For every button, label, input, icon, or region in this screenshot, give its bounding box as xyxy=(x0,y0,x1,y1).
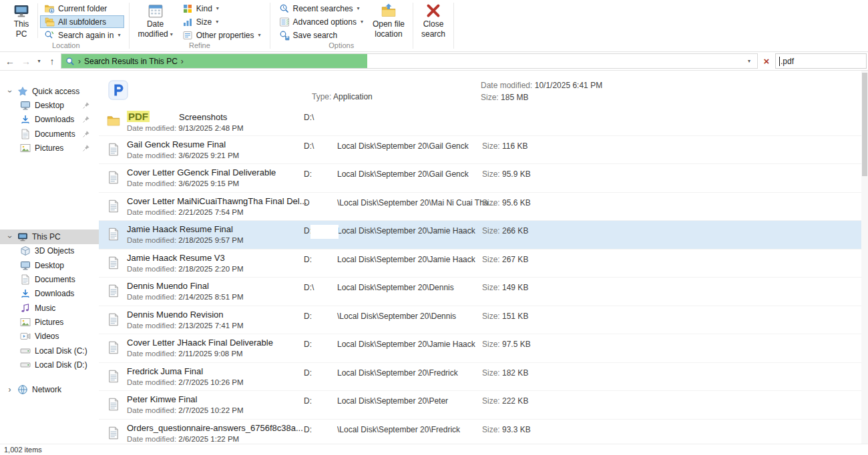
recent-locations-button[interactable]: ▾ xyxy=(35,54,43,69)
document-icon xyxy=(107,141,120,158)
dropdown-icon: ▾ xyxy=(216,5,219,11)
file-name: PDFScreenshots xyxy=(127,111,327,122)
vertical-scrollbar[interactable] xyxy=(861,71,868,444)
sidebar-item-label: Local Disk (D:) xyxy=(35,360,87,370)
monitor-icon xyxy=(20,100,31,111)
date-modified-button[interactable]: Date modified▾ xyxy=(134,1,176,41)
pin-icon xyxy=(82,144,90,152)
all-subfolders-button[interactable]: All subfolders xyxy=(40,15,124,28)
file-row-peter-kimwe-final[interactable]: Peter Kimwe Final Date modified: 2/7/202… xyxy=(99,391,861,420)
file-row-jamie-haack-resume-final[interactable]: Jamie Haack Resume Final Date modified: … xyxy=(99,221,861,250)
file-size: Size: 116 KB xyxy=(482,141,528,151)
sidebar-item-3d-objects[interactable]: 3D Objects xyxy=(0,244,99,258)
back-button[interactable]: ← xyxy=(3,54,17,69)
save-search-button[interactable]: Save search xyxy=(275,29,367,41)
tree-chevron-icon[interactable]: › xyxy=(5,87,15,95)
sidebar-item-pictures[interactable]: Pictures xyxy=(0,141,99,155)
size-value: 151 KB xyxy=(502,312,528,321)
sidebar-item-desktop[interactable]: Desktop xyxy=(0,258,99,272)
date-modified-label: Date modified: xyxy=(127,378,178,386)
sidebar-item-documents[interactable]: Documents xyxy=(0,127,99,141)
search-input[interactable]: .pdf xyxy=(775,53,867,69)
document-icon xyxy=(107,424,120,442)
address-dropdown-icon[interactable]: ▾ xyxy=(744,58,754,64)
breadcrumb-item-search-results[interactable]: Search Results in This PC xyxy=(84,57,178,66)
file-size: Size: 97.5 KB xyxy=(482,340,531,349)
sidebar-item-label: Videos xyxy=(35,332,59,341)
file-date-modified: Date modified: 2/13/2025 7:41 PM xyxy=(127,322,327,330)
sidebar-item-desktop[interactable]: Desktop xyxy=(0,98,99,112)
sidebar-item-local-disk-c[interactable]: Local Disk (C:) xyxy=(0,344,99,358)
file-row-gail-genck-resume-final[interactable]: Gail Genck Resume Final Date modified: 3… xyxy=(99,136,861,165)
kind-button[interactable]: Kind ▾ xyxy=(178,2,265,15)
pic-icon xyxy=(20,143,31,153)
sidebar-item-music[interactable]: Music xyxy=(0,301,99,315)
close-search-button[interactable]: Close search xyxy=(418,1,449,41)
this-pc-button[interactable]: This PC xyxy=(7,1,35,41)
forward-button[interactable]: → xyxy=(19,54,33,69)
divider xyxy=(453,3,454,49)
sidebar-item-downloads[interactable]: Downloads xyxy=(0,113,99,127)
recent-searches-label: Recent searches xyxy=(293,4,353,13)
open-file-location-button[interactable]: Open file location xyxy=(369,1,408,41)
size-button[interactable]: Size ▾ xyxy=(178,15,265,28)
file-row-orders-questionnaire-answers-6756f8c38a[interactable]: Orders_questionnaire-answers_6756f8c38a.… xyxy=(99,420,861,444)
search-again-in-button[interactable]: Search again in ▾ xyxy=(40,29,124,41)
tree-chevron-icon[interactable]: › xyxy=(6,385,13,394)
tree-chevron-icon[interactable]: › xyxy=(5,234,15,241)
file-path: \Local Disk\September 20\Dennis xyxy=(337,312,456,321)
advanced-options-button[interactable]: Advanced options ▾ xyxy=(275,15,367,28)
sidebar-item-network[interactable]: ›Network xyxy=(0,382,99,396)
address-bar[interactable]: › Search Results in This PC › ▾ xyxy=(61,53,758,69)
close-search-label-line1: Close xyxy=(423,20,444,29)
size-label: Size: xyxy=(482,425,502,434)
size-value: 222 KB xyxy=(502,396,528,406)
items-count: 1,002 items xyxy=(4,446,42,454)
sidebar-item-pictures[interactable]: Pictures xyxy=(0,315,99,329)
file-row-cover-letter-jhaack-final-deliverable[interactable]: Cover Letter JHaack Final Deliverable Da… xyxy=(99,334,861,363)
other-properties-button[interactable]: Other properties ▾ xyxy=(178,29,265,41)
date-modified-label: Date modified: xyxy=(127,179,178,187)
file-row-cover-letter-ggenck-final-deliverable[interactable]: Cover Letter GGenck Final Deliverable Da… xyxy=(99,164,861,193)
size-value: 267 KB xyxy=(502,255,528,264)
file-row-application[interactable]: Type: Application Date modified: 10/1/20… xyxy=(99,79,861,107)
date-modified-value: 2/6/2025 1:22 PM xyxy=(178,435,239,443)
sidebar-item-documents[interactable]: Documents xyxy=(0,272,99,286)
file-row-cover-letter-mainicuaithawngtha-final-del[interactable]: Cover Letter MaiNiCuaiThawngTha Final De… xyxy=(99,193,861,221)
breadcrumb: › Search Results in This PC › xyxy=(61,57,184,66)
size-label: Size: xyxy=(482,141,502,151)
file-row-pdf-screenshots[interactable]: PDFScreenshots Date modified: 9/13/2025 … xyxy=(99,107,861,136)
file-drive: D: xyxy=(304,396,312,406)
file-row-fredrick-juma-final[interactable]: Fredrick Juma Final Date modified: 2/7/2… xyxy=(99,363,861,392)
sidebar-item-label: Desktop xyxy=(35,101,64,110)
date-modified-value: 2/14/2025 8:51 PM xyxy=(178,293,243,301)
file-row-jamie-haack-resume-v3[interactable]: Jamie Haack Resume V3 Date modified: 2/1… xyxy=(99,250,861,278)
size-label: Size: xyxy=(482,255,502,264)
sidebar-item-quick-access[interactable]: ›Quick access xyxy=(0,84,99,98)
file-size: Size: 266 KB xyxy=(482,226,528,236)
pin-icon xyxy=(82,115,90,123)
current-folder-button[interactable]: Current folder xyxy=(40,2,124,15)
date-modified-label: Date modified: xyxy=(127,350,178,358)
pc-icon xyxy=(17,232,28,242)
sidebar-item-videos[interactable]: Videos xyxy=(0,330,99,344)
date-modified-label: Date modified: xyxy=(127,208,178,216)
recent-searches-button[interactable]: Recent searches ▾ xyxy=(275,2,367,15)
forward-icon: → xyxy=(21,56,31,67)
file-path: Local Disk\September 20\Peter xyxy=(337,396,448,406)
file-size: Size: 95.9 KB xyxy=(482,169,531,179)
sidebar-item-local-disk-d[interactable]: Local Disk (D:) xyxy=(0,358,99,372)
file-row-dennis-muendo-final[interactable]: Dennis Muendo Final Date modified: 2/14/… xyxy=(99,278,861,306)
date-modified-label: Date modified: xyxy=(127,124,178,132)
file-date-modified: Date modified: 2/6/2025 1:22 PM xyxy=(127,435,327,443)
file-name: Cover Letter JHaack Final Deliverable xyxy=(127,338,327,348)
file-row-dennis-muendo-revision[interactable]: Dennis Muendo Revision Date modified: 2/… xyxy=(99,306,861,335)
sidebar-item-this-pc[interactable]: ›This PC xyxy=(0,230,99,244)
group-label-refine: Refine xyxy=(130,41,269,49)
up-button[interactable]: ↑ xyxy=(45,54,59,69)
stop-search-button[interactable]: × xyxy=(759,54,774,69)
file-size: Size: 267 KB xyxy=(482,255,528,264)
scrollbar-thumb[interactable] xyxy=(862,73,867,176)
video-icon xyxy=(20,331,31,342)
sidebar-item-downloads[interactable]: Downloads xyxy=(0,287,99,301)
